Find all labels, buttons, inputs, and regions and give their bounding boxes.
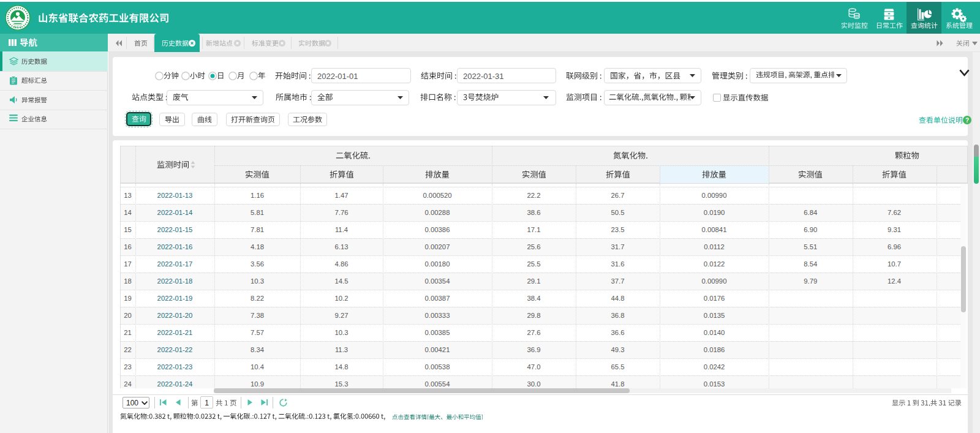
svg-text:M E E: M E E (14, 26, 21, 29)
svg-text:?: ? (965, 117, 969, 124)
